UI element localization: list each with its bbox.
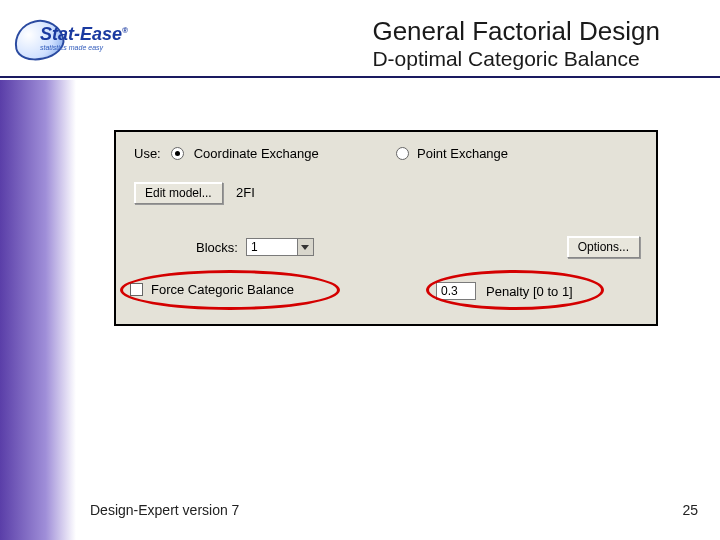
edit-model-button[interactable]: Edit model... [134,182,223,204]
radio-point-exchange-label: Point Exchange [417,146,508,161]
radio-coordinate-exchange[interactable] [171,147,184,160]
sidebar-gradient [0,80,76,540]
blocks-value[interactable]: 1 [246,238,298,256]
logo-tagline: statistics made easy [40,44,103,51]
force-categoric-balance-checkbox[interactable] [130,283,143,296]
footer-product: Design-Expert version 7 [90,502,239,518]
blocks-label: Blocks: [196,240,238,255]
model-label: 2FI [236,185,255,200]
page-number: 25 [682,502,698,518]
penalty-label: Penalty [0 to 1] [486,284,573,299]
use-label: Use: [134,146,161,161]
page-title: General Factorial Design [372,16,660,47]
logo-reg: ® [122,26,128,35]
dialog-panel: Use: Coordinate Exchange Point Exchange … [114,130,658,326]
blocks-combo[interactable]: 1 [246,238,314,256]
chevron-down-icon[interactable] [298,238,314,256]
radio-point-exchange[interactable] [396,147,409,160]
page-subtitle: D-optimal Categoric Balance [372,47,660,71]
penalty-input[interactable]: 0.3 [436,282,476,300]
force-categoric-balance-label: Force Categoric Balance [151,282,294,297]
logo-brand-text: Stat-Ease [40,24,122,44]
options-button[interactable]: Options... [567,236,640,258]
logo: Stat-Ease® statistics made easy [14,18,134,62]
logo-brand: Stat-Ease® [40,24,128,45]
radio-coordinate-exchange-label: Coordinate Exchange [194,146,319,161]
